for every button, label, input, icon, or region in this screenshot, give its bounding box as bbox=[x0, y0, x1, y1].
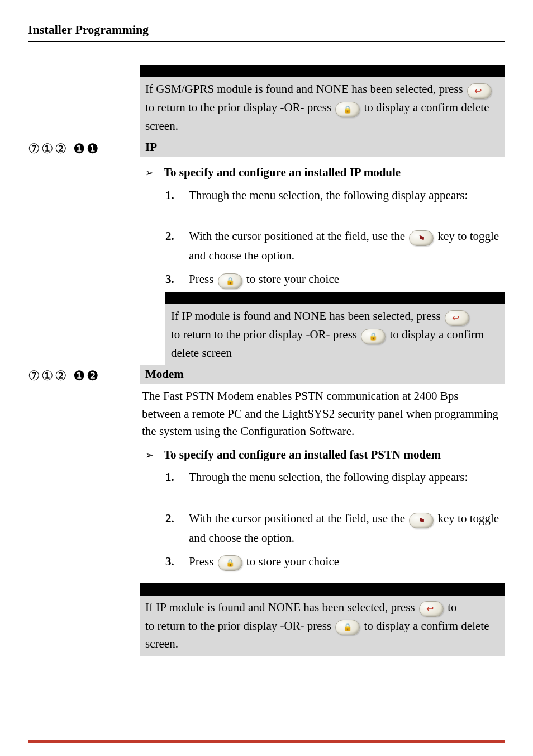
step-number: 2. bbox=[165, 509, 177, 548]
modem-step1: Through the menu selection, the followin… bbox=[189, 468, 468, 487]
step-number: 2. bbox=[165, 227, 177, 266]
ip-step1: Through the menu selection, the followin… bbox=[189, 186, 468, 205]
step-number: 3. bbox=[165, 270, 177, 290]
bullet-arrow-icon: ➢ bbox=[145, 446, 154, 464]
modem-intro: The Fast PSTN Modem enables PSTN communi… bbox=[140, 384, 505, 444]
ip-note-box: If IP module is found and NONE has been … bbox=[165, 304, 505, 365]
footer-divider bbox=[28, 740, 505, 743]
menu-code-modem: ⑦①② ❶❷ bbox=[28, 365, 140, 384]
empty-left bbox=[28, 157, 140, 365]
section-title-modem: Modem bbox=[140, 365, 505, 384]
modem-step3: Press to store your choice bbox=[189, 552, 339, 572]
menu-code-ip: ⑦①② ❶❶ bbox=[28, 138, 140, 157]
back-key-icon bbox=[419, 599, 444, 617]
modem-bullet-title: To specify and configure an installed fa… bbox=[164, 446, 441, 464]
black-bar bbox=[140, 65, 505, 77]
enter-key-icon bbox=[218, 271, 242, 290]
modem-body: The Fast PSTN Modem enables PSTN communi… bbox=[140, 384, 505, 656]
enter-key-icon bbox=[218, 553, 242, 572]
modem-step2: With the cursor positioned at the field,… bbox=[189, 509, 505, 548]
ip-bullet-title: To specify and configure an installed IP… bbox=[164, 164, 401, 182]
note-gsm: If GSM/GPRS module is found and NONE has… bbox=[140, 65, 505, 138]
modem-note-box: If IP module is found and NONE has been … bbox=[140, 596, 505, 656]
note1-text-b: to return to the prior display -OR- pres… bbox=[145, 101, 334, 114]
black-bar bbox=[140, 583, 505, 596]
empty-left bbox=[28, 384, 140, 656]
empty-left bbox=[28, 65, 140, 138]
back-key-icon bbox=[445, 308, 469, 326]
note1-text-a: If GSM/GPRS module is found and NONE has… bbox=[145, 82, 466, 96]
content-grid: If GSM/GPRS module is found and NONE has… bbox=[28, 65, 505, 656]
enter-key-icon bbox=[335, 618, 360, 636]
step-number: 3. bbox=[165, 552, 177, 572]
step-number: 1. bbox=[165, 468, 177, 487]
step-number: 1. bbox=[165, 186, 177, 205]
section-title-ip: IP bbox=[140, 138, 505, 157]
toggle-key-icon bbox=[409, 228, 434, 247]
ip-step2: With the cursor positioned at the field,… bbox=[189, 227, 505, 266]
ip-step3: Press to store your choice bbox=[189, 270, 339, 290]
toggle-key-icon bbox=[409, 510, 434, 529]
enter-key-icon bbox=[361, 327, 386, 344]
black-bar bbox=[165, 292, 505, 304]
ip-body: ➢ To specify and configure an installed … bbox=[140, 157, 505, 365]
enter-key-icon bbox=[335, 100, 360, 117]
back-key-icon bbox=[467, 81, 492, 99]
page-header: Installer Programming bbox=[28, 22, 505, 42]
bullet-arrow-icon: ➢ bbox=[145, 164, 154, 182]
